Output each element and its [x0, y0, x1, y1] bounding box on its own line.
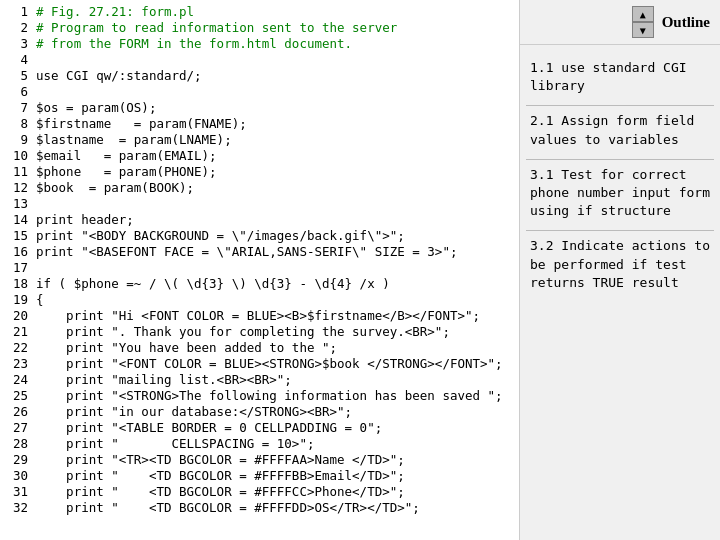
line-text: print "Hi <FONT COLOR = BLUE><B>$firstna…: [36, 308, 480, 324]
code-line: 11$phone = param(PHONE);: [6, 164, 513, 180]
line-number: 32: [6, 500, 28, 516]
line-text: print "You have been added to the ";: [36, 340, 337, 356]
line-text: use CGI qw/:standard/;: [36, 68, 202, 84]
line-number: 11: [6, 164, 28, 180]
code-line: 26 print "in our database:</STRONG><BR>"…: [6, 404, 513, 420]
line-number: 30: [6, 468, 28, 484]
code-line: 5use CGI qw/:standard/;: [6, 68, 513, 84]
line-text: $firstname = param(FNAME);: [36, 116, 247, 132]
line-number: 20: [6, 308, 28, 324]
outline-item[interactable]: 3.2 Indicate actions to be performed if …: [526, 231, 714, 302]
code-line: 6: [6, 84, 513, 100]
line-text: print ". Thank you for completing the su…: [36, 324, 450, 340]
up-arrow-button[interactable]: ▲: [632, 6, 654, 22]
line-text: $os = param(OS);: [36, 100, 156, 116]
code-line: 28 print " CELLSPACING = 10>";: [6, 436, 513, 452]
line-number: 9: [6, 132, 28, 148]
line-number: 21: [6, 324, 28, 340]
code-line: 12$book = param(BOOK);: [6, 180, 513, 196]
code-line: 2# Program to read information sent to t…: [6, 20, 513, 36]
code-line: 4: [6, 52, 513, 68]
line-text: # Program to read information sent to th…: [36, 20, 397, 36]
code-line: 19{: [6, 292, 513, 308]
line-text: print " CELLSPACING = 10>";: [36, 436, 314, 452]
line-number: 28: [6, 436, 28, 452]
outline-header: ▲ ▼ Outline: [520, 0, 720, 45]
code-line: 8$firstname = param(FNAME);: [6, 116, 513, 132]
code-lines: 1# Fig. 27.21: form.pl2# Program to read…: [6, 4, 513, 516]
line-text: $book = param(BOOK);: [36, 180, 194, 196]
line-number: 12: [6, 180, 28, 196]
line-number: 29: [6, 452, 28, 468]
code-line: 16print "<BASEFONT FACE = \"ARIAL,SANS-S…: [6, 244, 513, 260]
line-text: # Fig. 27.21: form.pl: [36, 4, 194, 20]
outline-item[interactable]: 2.1 Assign form field values to variable…: [526, 106, 714, 159]
line-number: 10: [6, 148, 28, 164]
line-text: print "<BASEFONT FACE = \"ARIAL,SANS-SER…: [36, 244, 457, 260]
line-text: print "<TABLE BORDER = 0 CELLPADDING = 0…: [36, 420, 382, 436]
nav-arrows: ▲ ▼: [632, 6, 654, 38]
outline-item[interactable]: 3.1 Test for correct phone number input …: [526, 160, 714, 232]
line-text: # from the FORM in the form.html documen…: [36, 36, 352, 52]
line-number: 7: [6, 100, 28, 116]
line-number: 23: [6, 356, 28, 372]
line-text: print " <TD BGCOLOR = #FFFFBB>Email</TD>…: [36, 468, 405, 484]
outline-panel: ▲ ▼ Outline 1.1 use standard CGI library…: [520, 0, 720, 540]
line-number: 8: [6, 116, 28, 132]
outline-item[interactable]: 1.1 use standard CGI library: [526, 53, 714, 106]
code-line: 15print "<BODY BACKGROUND = \"/images/ba…: [6, 228, 513, 244]
line-text: print "in our database:</STRONG><BR>";: [36, 404, 352, 420]
code-line: 29 print "<TR><TD BGCOLOR = #FFFFAA>Name…: [6, 452, 513, 468]
line-number: 25: [6, 388, 28, 404]
code-line: 20 print "Hi <FONT COLOR = BLUE><B>$firs…: [6, 308, 513, 324]
line-number: 17: [6, 260, 28, 276]
code-panel: 1# Fig. 27.21: form.pl2# Program to read…: [0, 0, 520, 540]
code-line: 23 print "<FONT COLOR = BLUE><STRONG>$bo…: [6, 356, 513, 372]
line-text: print "<TR><TD BGCOLOR = #FFFFAA>Name </…: [36, 452, 405, 468]
line-text: if ( $phone =~ / \( \d{3} \) \d{3} - \d{…: [36, 276, 390, 292]
code-line: 7$os = param(OS);: [6, 100, 513, 116]
line-text: print " <TD BGCOLOR = #FFFFCC>Phone</TD>…: [36, 484, 405, 500]
code-line: 31 print " <TD BGCOLOR = #FFFFCC>Phone</…: [6, 484, 513, 500]
line-number: 15: [6, 228, 28, 244]
code-line: 18if ( $phone =~ / \( \d{3} \) \d{3} - \…: [6, 276, 513, 292]
line-number: 24: [6, 372, 28, 388]
code-line: 9$lastname = param(LNAME);: [6, 132, 513, 148]
line-text: $lastname = param(LNAME);: [36, 132, 232, 148]
code-line: 30 print " <TD BGCOLOR = #FFFFBB>Email</…: [6, 468, 513, 484]
line-number: 1: [6, 4, 28, 20]
line-number: 2: [6, 20, 28, 36]
line-number: 26: [6, 404, 28, 420]
code-line: 25 print "<STRONG>The following informat…: [6, 388, 513, 404]
line-number: 4: [6, 52, 28, 68]
line-number: 6: [6, 84, 28, 100]
line-number: 27: [6, 420, 28, 436]
line-number: 31: [6, 484, 28, 500]
line-number: 5: [6, 68, 28, 84]
line-number: 22: [6, 340, 28, 356]
code-line: 3# from the FORM in the form.html docume…: [6, 36, 513, 52]
code-line: 21 print ". Thank you for completing the…: [6, 324, 513, 340]
code-line: 14print header;: [6, 212, 513, 228]
down-arrow-button[interactable]: ▼: [632, 22, 654, 38]
line-text: print "<FONT COLOR = BLUE><STRONG>$book …: [36, 356, 503, 372]
line-number: 19: [6, 292, 28, 308]
outline-items: 1.1 use standard CGI library2.1 Assign f…: [520, 45, 720, 310]
line-number: 14: [6, 212, 28, 228]
code-line: 13: [6, 196, 513, 212]
code-line: 1# Fig. 27.21: form.pl: [6, 4, 513, 20]
line-number: 16: [6, 244, 28, 260]
code-line: 10$email = param(EMAIL);: [6, 148, 513, 164]
line-number: 18: [6, 276, 28, 292]
code-line: 27 print "<TABLE BORDER = 0 CELLPADDING …: [6, 420, 513, 436]
line-text: $email = param(EMAIL);: [36, 148, 217, 164]
line-text: print "<BODY BACKGROUND = \"/images/back…: [36, 228, 405, 244]
code-line: 17: [6, 260, 513, 276]
code-line: 22 print "You have been added to the ";: [6, 340, 513, 356]
line-text: print "<STRONG>The following information…: [36, 388, 503, 404]
line-text: print "mailing list.<BR><BR>";: [36, 372, 292, 388]
code-line: 24 print "mailing list.<BR><BR>";: [6, 372, 513, 388]
outline-title: Outline: [662, 14, 710, 31]
line-number: 13: [6, 196, 28, 212]
code-line: 32 print " <TD BGCOLOR = #FFFFDD>OS</TR>…: [6, 500, 513, 516]
